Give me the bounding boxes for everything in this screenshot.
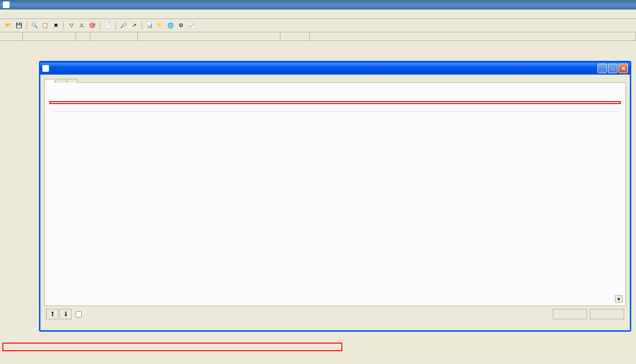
- header-result[interactable]: [280, 32, 310, 40]
- separator: [142, 21, 142, 30]
- prev-event-button[interactable]: 🠕: [46, 309, 58, 319]
- dialog-icon: [42, 65, 49, 72]
- separator: [51, 111, 619, 112]
- tab-event[interactable]: [44, 79, 55, 83]
- next-event-button[interactable]: 🠗: [59, 309, 72, 319]
- close-dialog-button[interactable]: [590, 309, 624, 319]
- jump-icon[interactable]: ↗: [129, 21, 139, 30]
- scroll-indicator-icon[interactable]: ▾: [615, 295, 623, 303]
- save-icon[interactable]: 💾: [14, 21, 24, 30]
- autoscroll-icon[interactable]: 📋: [40, 21, 50, 30]
- include-icon[interactable]: 🎯: [87, 21, 97, 30]
- app-icon: [3, 1, 10, 8]
- column-headers: [0, 32, 636, 41]
- capture-icon[interactable]: 🔍: [30, 21, 39, 30]
- minimize-button[interactable]: _: [597, 64, 607, 73]
- main-window-title-bar: [0, 0, 636, 10]
- close-button[interactable]: ✕: [618, 64, 628, 73]
- open-icon[interactable]: 📂: [4, 21, 13, 30]
- header-operation[interactable]: [90, 32, 138, 40]
- menu-bar: [0, 10, 636, 19]
- profiling-icon[interactable]: 📈: [187, 21, 196, 30]
- process-icon[interactable]: ⚙: [176, 21, 186, 30]
- header-detail[interactable]: [310, 32, 636, 40]
- tab-process[interactable]: [56, 79, 66, 83]
- file-icon[interactable]: 📁: [155, 21, 165, 30]
- process-tree-icon[interactable]: 📄: [103, 21, 113, 30]
- maximize-button[interactable]: □: [608, 64, 617, 73]
- separator: [116, 21, 116, 30]
- separator: [63, 21, 64, 30]
- dialog-title-bar[interactable]: _ □ ✕: [40, 62, 630, 75]
- network-icon[interactable]: 🌐: [166, 21, 175, 30]
- highlight-annotation: [2, 343, 342, 351]
- separator: [27, 21, 27, 30]
- toolbar: 📂 💾 🔍 📋 ✖ ▽ ⚠ 🎯 📄 🔎 ↗ 📊 📁 🌐 ⚙ 📈: [0, 19, 636, 32]
- tab-stack[interactable]: [67, 79, 77, 83]
- header-time[interactable]: [0, 32, 23, 40]
- tabs: [44, 78, 626, 83]
- highlight-icon[interactable]: ⚠: [77, 21, 87, 30]
- separator: [100, 21, 100, 30]
- copy-all-button[interactable]: [553, 309, 587, 319]
- next-highlighted-checkbox[interactable]: [76, 311, 84, 317]
- header-pid[interactable]: [76, 32, 90, 40]
- header-path[interactable]: [138, 32, 280, 40]
- next-highlighted-input[interactable]: [76, 311, 82, 317]
- filter-icon[interactable]: ▽: [67, 21, 76, 30]
- tab-content: ▾: [44, 83, 626, 306]
- clear-icon[interactable]: ✖: [51, 21, 60, 30]
- registry-icon[interactable]: 📊: [145, 21, 154, 30]
- event-properties-dialog: _ □ ✕ ▾ 🠕 🠗: [39, 61, 631, 332]
- header-process[interactable]: [23, 32, 76, 40]
- dialog-footer: 🠕 🠗: [44, 306, 626, 322]
- find-icon[interactable]: 🔎: [119, 21, 128, 30]
